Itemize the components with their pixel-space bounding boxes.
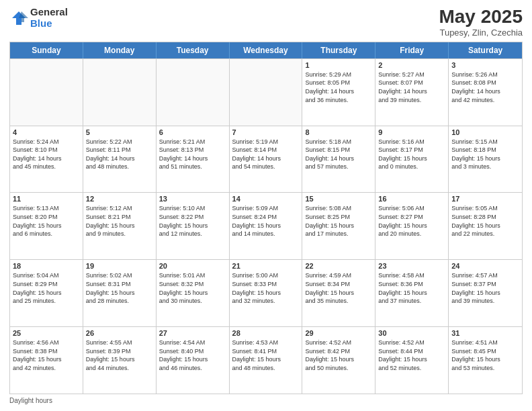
day-number: 3 [451, 61, 519, 69]
day-info: Sunrise: 5:04 AM Sunset: 8:29 PM Dayligh… [13, 271, 80, 305]
day-info: Sunrise: 5:01 AM Sunset: 8:32 PM Dayligh… [159, 271, 226, 305]
day-header: Thursday [302, 42, 375, 58]
day-header: Monday [83, 42, 157, 58]
calendar-row: 4Sunrise: 5:24 AM Sunset: 8:10 PM Daylig… [10, 126, 522, 193]
day-number: 6 [159, 128, 226, 136]
day-info: Sunrise: 5:12 AM Sunset: 8:21 PM Dayligh… [86, 204, 153, 238]
day-info: Sunrise: 4:59 AM Sunset: 8:34 PM Dayligh… [305, 271, 372, 305]
day-info: Sunrise: 5:27 AM Sunset: 8:07 PM Dayligh… [378, 71, 445, 104]
day-number: 25 [13, 329, 80, 337]
day-info: Sunrise: 4:56 AM Sunset: 8:38 PM Dayligh… [13, 338, 80, 372]
day-number: 8 [305, 128, 372, 136]
day-info: Sunrise: 5:22 AM Sunset: 8:11 PM Dayligh… [86, 138, 153, 171]
day-info: Sunrise: 5:13 AM Sunset: 8:20 PM Dayligh… [13, 204, 80, 238]
calendar-cell: 19Sunrise: 5:02 AM Sunset: 8:31 PM Dayli… [83, 260, 157, 326]
day-info: Sunrise: 5:06 AM Sunset: 8:27 PM Dayligh… [378, 204, 445, 238]
calendar-cell: 28Sunrise: 4:53 AM Sunset: 8:41 PM Dayli… [230, 327, 303, 394]
calendar-row: 1Sunrise: 5:29 AM Sunset: 8:05 PM Daylig… [10, 58, 522, 126]
day-info: Sunrise: 5:10 AM Sunset: 8:22 PM Dayligh… [159, 204, 226, 238]
day-number: 20 [159, 262, 226, 270]
calendar-cell: 29Sunrise: 4:52 AM Sunset: 8:42 PM Dayli… [302, 327, 375, 394]
calendar-cell [10, 59, 83, 126]
calendar-body: 1Sunrise: 5:29 AM Sunset: 8:05 PM Daylig… [10, 58, 522, 394]
day-info: Sunrise: 5:19 AM Sunset: 8:14 PM Dayligh… [232, 138, 300, 171]
calendar-cell: 4Sunrise: 5:24 AM Sunset: 8:10 PM Daylig… [10, 126, 83, 193]
day-info: Sunrise: 5:16 AM Sunset: 8:17 PM Dayligh… [378, 138, 445, 171]
day-number: 16 [378, 195, 445, 203]
calendar-cell: 15Sunrise: 5:08 AM Sunset: 8:25 PM Dayli… [302, 193, 375, 259]
day-info: Sunrise: 4:53 AM Sunset: 8:41 PM Dayligh… [232, 338, 300, 372]
day-number: 24 [451, 262, 519, 270]
day-number: 10 [451, 128, 519, 136]
day-number: 26 [86, 329, 153, 337]
logo: General Blue [9, 7, 68, 29]
calendar-row: 18Sunrise: 5:04 AM Sunset: 8:29 PM Dayli… [10, 259, 522, 326]
calendar-cell: 16Sunrise: 5:06 AM Sunset: 8:27 PM Dayli… [375, 193, 449, 259]
logo-blue: Blue [30, 18, 68, 30]
calendar-cell: 2Sunrise: 5:27 AM Sunset: 8:07 PM Daylig… [375, 59, 449, 126]
calendar-cell: 5Sunrise: 5:22 AM Sunset: 8:11 PM Daylig… [83, 126, 157, 193]
calendar-cell: 12Sunrise: 5:12 AM Sunset: 8:21 PM Dayli… [83, 193, 157, 259]
calendar-cell: 1Sunrise: 5:29 AM Sunset: 8:05 PM Daylig… [302, 59, 375, 126]
calendar-cell: 13Sunrise: 5:10 AM Sunset: 8:22 PM Dayli… [157, 193, 230, 259]
page: General Blue May 2025 Tupesy, Zlin, Czec… [0, 0, 532, 411]
day-number: 7 [232, 128, 300, 136]
day-info: Sunrise: 4:57 AM Sunset: 8:37 PM Dayligh… [451, 271, 519, 305]
day-number: 2 [378, 61, 445, 69]
calendar-cell: 11Sunrise: 5:13 AM Sunset: 8:20 PM Dayli… [10, 193, 83, 259]
day-info: Sunrise: 4:58 AM Sunset: 8:36 PM Dayligh… [378, 271, 445, 305]
day-number: 13 [159, 195, 226, 203]
calendar-cell: 17Sunrise: 5:05 AM Sunset: 8:28 PM Dayli… [449, 193, 522, 259]
footer-note: Daylight hours [9, 397, 523, 404]
calendar-cell: 8Sunrise: 5:18 AM Sunset: 8:15 PM Daylig… [302, 126, 375, 193]
day-info: Sunrise: 5:15 AM Sunset: 8:18 PM Dayligh… [451, 138, 519, 171]
day-info: Sunrise: 5:24 AM Sunset: 8:10 PM Dayligh… [13, 138, 80, 171]
calendar-cell: 18Sunrise: 5:04 AM Sunset: 8:29 PM Dayli… [10, 260, 83, 326]
header: General Blue May 2025 Tupesy, Zlin, Czec… [9, 7, 523, 38]
day-info: Sunrise: 4:51 AM Sunset: 8:45 PM Dayligh… [451, 338, 519, 372]
day-number: 30 [378, 329, 445, 337]
calendar-cell: 31Sunrise: 4:51 AM Sunset: 8:45 PM Dayli… [449, 327, 522, 394]
day-header: Saturday [449, 42, 522, 58]
month-title: May 2025 [439, 7, 523, 28]
calendar-header: SundayMondayTuesdayWednesdayThursdayFrid… [10, 42, 522, 58]
day-number: 9 [378, 128, 445, 136]
logo-text: General Blue [30, 7, 68, 29]
calendar-cell: 24Sunrise: 4:57 AM Sunset: 8:37 PM Dayli… [449, 260, 522, 326]
calendar-cell: 26Sunrise: 4:55 AM Sunset: 8:39 PM Dayli… [83, 327, 157, 394]
day-header: Friday [375, 42, 449, 58]
calendar-cell: 7Sunrise: 5:19 AM Sunset: 8:14 PM Daylig… [230, 126, 303, 193]
logo-icon [9, 9, 28, 28]
logo-general: General [30, 7, 68, 18]
calendar-cell: 3Sunrise: 5:26 AM Sunset: 8:08 PM Daylig… [449, 59, 522, 126]
day-number: 23 [378, 262, 445, 270]
subtitle: Tupesy, Zlin, Czechia [439, 28, 523, 38]
day-number: 4 [13, 128, 80, 136]
day-number: 14 [232, 195, 300, 203]
day-number: 15 [305, 195, 372, 203]
day-header: Wednesday [230, 42, 303, 58]
day-info: Sunrise: 5:26 AM Sunset: 8:08 PM Dayligh… [451, 71, 519, 104]
day-info: Sunrise: 5:02 AM Sunset: 8:31 PM Dayligh… [86, 271, 153, 305]
day-number: 31 [451, 329, 519, 337]
day-info: Sunrise: 4:55 AM Sunset: 8:39 PM Dayligh… [86, 338, 153, 372]
calendar-cell: 23Sunrise: 4:58 AM Sunset: 8:36 PM Dayli… [375, 260, 449, 326]
calendar-cell [83, 59, 157, 126]
day-number: 19 [86, 262, 153, 270]
day-number: 1 [305, 61, 372, 69]
day-info: Sunrise: 5:21 AM Sunset: 8:13 PM Dayligh… [159, 138, 226, 171]
day-number: 18 [13, 262, 80, 270]
calendar-row: 25Sunrise: 4:56 AM Sunset: 8:38 PM Dayli… [10, 326, 522, 394]
calendar-cell: 9Sunrise: 5:16 AM Sunset: 8:17 PM Daylig… [375, 126, 449, 193]
day-info: Sunrise: 5:00 AM Sunset: 8:33 PM Dayligh… [232, 271, 300, 305]
calendar-cell: 22Sunrise: 4:59 AM Sunset: 8:34 PM Dayli… [302, 260, 375, 326]
day-number: 27 [159, 329, 226, 337]
day-info: Sunrise: 5:29 AM Sunset: 8:05 PM Dayligh… [305, 71, 372, 104]
day-number: 29 [305, 329, 372, 337]
day-info: Sunrise: 5:05 AM Sunset: 8:28 PM Dayligh… [451, 204, 519, 238]
calendar-cell: 20Sunrise: 5:01 AM Sunset: 8:32 PM Dayli… [157, 260, 230, 326]
calendar-cell: 30Sunrise: 4:52 AM Sunset: 8:44 PM Dayli… [375, 327, 449, 394]
day-number: 21 [232, 262, 300, 270]
day-number: 11 [13, 195, 80, 203]
day-info: Sunrise: 5:08 AM Sunset: 8:25 PM Dayligh… [305, 204, 372, 238]
